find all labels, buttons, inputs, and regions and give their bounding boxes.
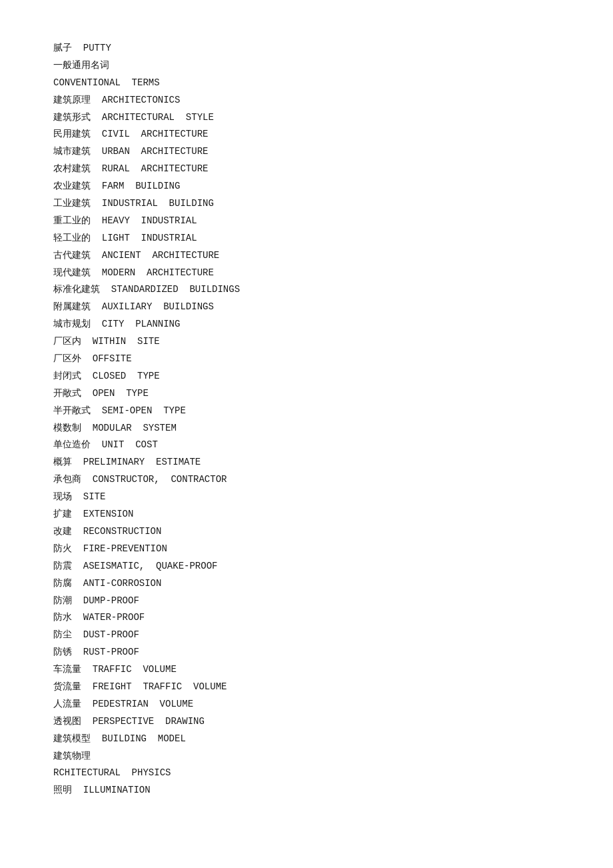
list-item: 建筑物理 bbox=[53, 748, 560, 765]
list-item: 防腐 ANTI-CORROSION bbox=[53, 575, 560, 593]
list-item: 单位造价 UNIT COST bbox=[53, 437, 560, 454]
list-item: 模数制 MODULAR SYSTEM bbox=[53, 420, 560, 437]
list-item: 防火 FIRE-PREVENTION bbox=[53, 541, 560, 558]
list-item: 农村建筑 RURAL ARCHITECTURE bbox=[53, 161, 560, 178]
list-item: 建筑原理 ARCHITECTONICS bbox=[53, 92, 560, 109]
list-item: 古代建筑 ANCIENT ARCHITECTURE bbox=[53, 247, 560, 265]
list-item: 承包商 CONSTRUCTOR, CONTRACTOR bbox=[53, 471, 560, 489]
list-item: 一般通用名词 bbox=[53, 57, 560, 75]
list-item: 腻子 PUTTY bbox=[53, 40, 560, 57]
list-item: 防震 ASEISMATIC, QUAKE-PROOF bbox=[53, 558, 560, 575]
list-item: 改建 RECONSTRUCTION bbox=[53, 523, 560, 541]
list-item: 厂区内 WITHIN SITE bbox=[53, 333, 560, 351]
list-item: 防水 WATER-PROOF bbox=[53, 609, 560, 627]
list-item: 车流量 TRAFFIC VOLUME bbox=[53, 661, 560, 679]
list-item: 建筑模型 BUILDING MODEL bbox=[53, 731, 560, 748]
list-item: 防潮 DUMP-PROOF bbox=[53, 593, 560, 610]
list-item: 人流量 PEDESTRIAN VOLUME bbox=[53, 696, 560, 713]
list-item: 标准化建筑 STANDARDIZED BUILDINGS bbox=[53, 281, 560, 299]
list-item: 民用建筑 CIVIL ARCHITECTURE bbox=[53, 126, 560, 143]
list-item: 建筑形式 ARCHITECTURAL STYLE bbox=[53, 109, 560, 127]
list-item: 现代建筑 MODERN ARCHITECTURE bbox=[53, 265, 560, 282]
list-item: 透视图 PERSPECTIVE DRAWING bbox=[53, 713, 560, 731]
list-item: 重工业的 HEAVY INDUSTRIAL bbox=[53, 213, 560, 230]
list-item: 概算 PRELIMINARY ESTIMATE bbox=[53, 454, 560, 471]
list-item: 农业建筑 FARM BUILDING bbox=[53, 178, 560, 195]
list-item: 工业建筑 INDUSTRIAL BUILDING bbox=[53, 195, 560, 213]
term-list: 腻子 PUTTY一般通用名词CONVENTIONAL TERMS建筑原理 ARC… bbox=[53, 40, 560, 799]
list-item: 厂区外 OFFSITE bbox=[53, 351, 560, 368]
list-item: 扩建 EXTENSION bbox=[53, 506, 560, 523]
list-item: 半开敞式 SEMI-OPEN TYPE bbox=[53, 403, 560, 420]
list-item: CONVENTIONAL TERMS bbox=[53, 75, 560, 92]
list-item: 附属建筑 AUXILIARY BUILDINGS bbox=[53, 299, 560, 316]
list-item: 现场 SITE bbox=[53, 489, 560, 506]
list-item: RCHITECTURAL PHYSICS bbox=[53, 765, 560, 782]
list-item: 城市规划 CITY PLANNING bbox=[53, 316, 560, 333]
list-item: 城市建筑 URBAN ARCHITECTURE bbox=[53, 143, 560, 161]
list-item: 防锈 RUST-PROOF bbox=[53, 644, 560, 661]
list-item: 照明 ILLUMINATION bbox=[53, 782, 560, 799]
list-item: 轻工业的 LIGHT INDUSTRIAL bbox=[53, 230, 560, 247]
list-item: 货流量 FREIGHT TRAFFIC VOLUME bbox=[53, 679, 560, 696]
list-item: 防尘 DUST-PROOF bbox=[53, 627, 560, 644]
list-item: 封闭式 CLOSED TYPE bbox=[53, 368, 560, 385]
list-item: 开敞式 OPEN TYPE bbox=[53, 385, 560, 403]
